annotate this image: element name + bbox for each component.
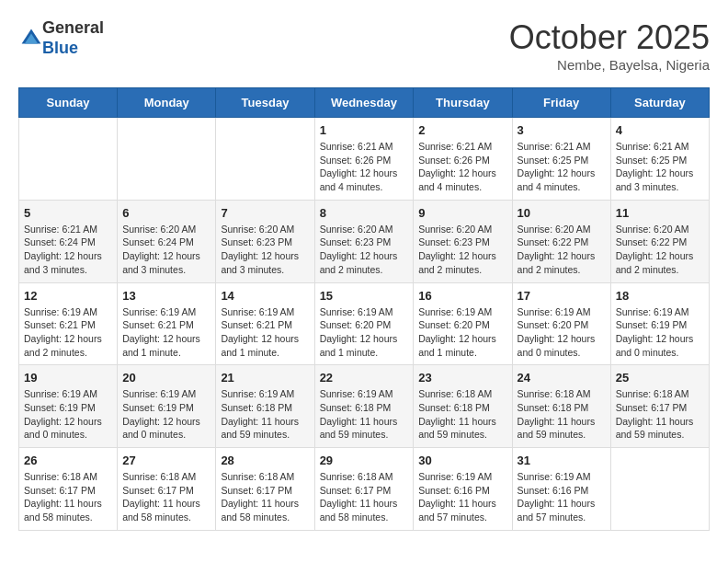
day-info-7: Sunrise: 6:20 AM Sunset: 6:23 PM Dayligh… bbox=[221, 223, 309, 277]
day-info-20: Sunrise: 6:19 AM Sunset: 6:19 PM Dayligh… bbox=[122, 387, 210, 442]
day-info-18: Sunrise: 6:19 AM Sunset: 6:19 PM Dayligh… bbox=[616, 305, 704, 360]
day-number-26: 26 bbox=[24, 454, 112, 467]
calendar-day-24: 24Sunrise: 6:18 AM Sunset: 6:18 PM Dayli… bbox=[512, 365, 610, 448]
day-info-3: Sunrise: 6:21 AM Sunset: 6:25 PM Dayligh… bbox=[518, 140, 606, 194]
header-thursday: Thursday bbox=[414, 88, 512, 118]
calendar-day-18: 18Sunrise: 6:19 AM Sunset: 6:19 PM Dayli… bbox=[610, 282, 709, 365]
calendar-day-26: 26Sunrise: 6:18 AM Sunset: 6:17 PM Dayli… bbox=[19, 448, 118, 531]
calendar-day-2: 2Sunrise: 6:21 AM Sunset: 6:26 PM Daylig… bbox=[414, 118, 512, 201]
day-info-30: Sunrise: 6:19 AM Sunset: 6:16 PM Dayligh… bbox=[418, 470, 506, 524]
calendar-day-6: 6Sunrise: 6:20 AM Sunset: 6:24 PM Daylig… bbox=[118, 200, 216, 282]
day-info-25: Sunrise: 6:18 AM Sunset: 6:17 PM Dayligh… bbox=[616, 387, 704, 442]
day-info-11: Sunrise: 6:20 AM Sunset: 6:22 PM Dayligh… bbox=[616, 223, 704, 277]
calendar-day-16: 16Sunrise: 6:19 AM Sunset: 6:20 PM Dayli… bbox=[414, 282, 512, 365]
calendar-week-5: 26Sunrise: 6:18 AM Sunset: 6:17 PM Dayli… bbox=[19, 448, 710, 531]
calendar-body: 1Sunrise: 6:21 AM Sunset: 6:26 PM Daylig… bbox=[19, 118, 710, 531]
day-number-3: 3 bbox=[518, 123, 606, 137]
calendar-day-8: 8Sunrise: 6:20 AM Sunset: 6:23 PM Daylig… bbox=[314, 200, 414, 282]
empty-cell bbox=[610, 448, 709, 531]
empty-cell bbox=[118, 118, 216, 201]
logo-blue: Blue bbox=[42, 39, 78, 57]
day-info-23: Sunrise: 6:18 AM Sunset: 6:18 PM Dayligh… bbox=[418, 387, 506, 442]
header-monday: Monday bbox=[118, 88, 216, 118]
day-number-16: 16 bbox=[418, 289, 506, 303]
calendar-week-1: 1Sunrise: 6:21 AM Sunset: 6:26 PM Daylig… bbox=[19, 118, 710, 201]
calendar-day-1: 1Sunrise: 6:21 AM Sunset: 6:26 PM Daylig… bbox=[314, 118, 414, 201]
logo-text: General Blue bbox=[42, 18, 104, 58]
day-number-18: 18 bbox=[616, 289, 704, 303]
day-info-17: Sunrise: 6:19 AM Sunset: 6:20 PM Dayligh… bbox=[518, 305, 606, 360]
calendar-day-12: 12Sunrise: 6:19 AM Sunset: 6:21 PM Dayli… bbox=[19, 282, 118, 365]
logo-icon bbox=[20, 28, 42, 50]
day-number-13: 13 bbox=[122, 289, 210, 303]
calendar-day-14: 14Sunrise: 6:19 AM Sunset: 6:21 PM Dayli… bbox=[216, 282, 314, 365]
calendar-day-4: 4Sunrise: 6:21 AM Sunset: 6:25 PM Daylig… bbox=[610, 118, 709, 201]
day-number-2: 2 bbox=[418, 123, 506, 137]
calendar-table: SundayMondayTuesdayWednesdayThursdayFrid… bbox=[18, 87, 710, 531]
day-info-29: Sunrise: 6:18 AM Sunset: 6:17 PM Dayligh… bbox=[320, 470, 409, 524]
day-number-7: 7 bbox=[221, 206, 309, 220]
calendar-day-17: 17Sunrise: 6:19 AM Sunset: 6:20 PM Dayli… bbox=[512, 282, 610, 365]
day-info-22: Sunrise: 6:19 AM Sunset: 6:18 PM Dayligh… bbox=[320, 387, 409, 442]
logo-general: General bbox=[42, 18, 104, 37]
calendar-day-31: 31Sunrise: 6:19 AM Sunset: 6:16 PM Dayli… bbox=[512, 448, 610, 531]
calendar-day-11: 11Sunrise: 6:20 AM Sunset: 6:22 PM Dayli… bbox=[610, 200, 709, 282]
header-wednesday: Wednesday bbox=[314, 88, 414, 118]
calendar-day-21: 21Sunrise: 6:19 AM Sunset: 6:18 PM Dayli… bbox=[216, 365, 314, 448]
day-info-13: Sunrise: 6:19 AM Sunset: 6:21 PM Dayligh… bbox=[122, 305, 210, 360]
calendar-day-20: 20Sunrise: 6:19 AM Sunset: 6:19 PM Dayli… bbox=[118, 365, 216, 448]
day-info-27: Sunrise: 6:18 AM Sunset: 6:17 PM Dayligh… bbox=[122, 470, 210, 524]
day-info-8: Sunrise: 6:20 AM Sunset: 6:23 PM Dayligh… bbox=[320, 223, 409, 277]
day-number-28: 28 bbox=[221, 454, 309, 467]
day-info-4: Sunrise: 6:21 AM Sunset: 6:25 PM Dayligh… bbox=[616, 140, 704, 194]
calendar-day-3: 3Sunrise: 6:21 AM Sunset: 6:25 PM Daylig… bbox=[512, 118, 610, 201]
day-number-27: 27 bbox=[122, 454, 210, 467]
day-number-23: 23 bbox=[418, 371, 506, 385]
day-number-4: 4 bbox=[616, 123, 704, 137]
day-info-16: Sunrise: 6:19 AM Sunset: 6:20 PM Dayligh… bbox=[418, 305, 506, 360]
day-number-15: 15 bbox=[320, 289, 409, 303]
day-number-10: 10 bbox=[518, 206, 606, 220]
location-subtitle: Nembe, Bayelsa, Nigeria bbox=[509, 57, 710, 73]
calendar-day-5: 5Sunrise: 6:21 AM Sunset: 6:24 PM Daylig… bbox=[19, 200, 118, 282]
day-info-14: Sunrise: 6:19 AM Sunset: 6:21 PM Dayligh… bbox=[221, 305, 309, 360]
calendar-day-28: 28Sunrise: 6:18 AM Sunset: 6:17 PM Dayli… bbox=[216, 448, 314, 531]
day-info-19: Sunrise: 6:19 AM Sunset: 6:19 PM Dayligh… bbox=[24, 387, 112, 442]
day-info-1: Sunrise: 6:21 AM Sunset: 6:26 PM Dayligh… bbox=[320, 140, 409, 194]
day-number-12: 12 bbox=[24, 289, 112, 303]
empty-cell bbox=[216, 118, 314, 201]
calendar-header: SundayMondayTuesdayWednesdayThursdayFrid… bbox=[19, 88, 710, 118]
calendar-day-9: 9Sunrise: 6:20 AM Sunset: 6:23 PM Daylig… bbox=[414, 200, 512, 282]
day-number-22: 22 bbox=[320, 371, 409, 385]
day-number-1: 1 bbox=[320, 123, 409, 137]
day-number-29: 29 bbox=[320, 454, 409, 467]
empty-cell bbox=[19, 118, 118, 201]
page-header: General Blue October 2025 Nembe, Bayelsa… bbox=[18, 18, 710, 73]
calendar-day-29: 29Sunrise: 6:18 AM Sunset: 6:17 PM Dayli… bbox=[314, 448, 414, 531]
day-number-11: 11 bbox=[616, 206, 704, 220]
calendar-day-10: 10Sunrise: 6:20 AM Sunset: 6:22 PM Dayli… bbox=[512, 200, 610, 282]
calendar-day-19: 19Sunrise: 6:19 AM Sunset: 6:19 PM Dayli… bbox=[19, 365, 118, 448]
calendar-day-23: 23Sunrise: 6:18 AM Sunset: 6:18 PM Dayli… bbox=[414, 365, 512, 448]
calendar-week-4: 19Sunrise: 6:19 AM Sunset: 6:19 PM Dayli… bbox=[19, 365, 710, 448]
day-info-24: Sunrise: 6:18 AM Sunset: 6:18 PM Dayligh… bbox=[518, 387, 606, 442]
day-number-6: 6 bbox=[122, 206, 210, 220]
day-number-9: 9 bbox=[418, 206, 506, 220]
day-number-20: 20 bbox=[122, 371, 210, 385]
day-number-17: 17 bbox=[518, 289, 606, 303]
calendar-day-30: 30Sunrise: 6:19 AM Sunset: 6:16 PM Dayli… bbox=[414, 448, 512, 531]
header-friday: Friday bbox=[512, 88, 610, 118]
day-number-24: 24 bbox=[518, 371, 606, 385]
calendar-week-2: 5Sunrise: 6:21 AM Sunset: 6:24 PM Daylig… bbox=[19, 200, 710, 282]
day-info-2: Sunrise: 6:21 AM Sunset: 6:26 PM Dayligh… bbox=[418, 140, 506, 194]
header-tuesday: Tuesday bbox=[216, 88, 314, 118]
calendar-day-25: 25Sunrise: 6:18 AM Sunset: 6:17 PM Dayli… bbox=[610, 365, 709, 448]
calendar-day-7: 7Sunrise: 6:20 AM Sunset: 6:23 PM Daylig… bbox=[216, 200, 314, 282]
day-info-31: Sunrise: 6:19 AM Sunset: 6:16 PM Dayligh… bbox=[518, 470, 606, 524]
day-info-28: Sunrise: 6:18 AM Sunset: 6:17 PM Dayligh… bbox=[221, 470, 309, 524]
day-info-5: Sunrise: 6:21 AM Sunset: 6:24 PM Dayligh… bbox=[24, 223, 112, 277]
day-info-12: Sunrise: 6:19 AM Sunset: 6:21 PM Dayligh… bbox=[24, 305, 112, 360]
day-info-6: Sunrise: 6:20 AM Sunset: 6:24 PM Dayligh… bbox=[122, 223, 210, 277]
calendar-week-3: 12Sunrise: 6:19 AM Sunset: 6:21 PM Dayli… bbox=[19, 282, 710, 365]
day-number-25: 25 bbox=[616, 371, 704, 385]
